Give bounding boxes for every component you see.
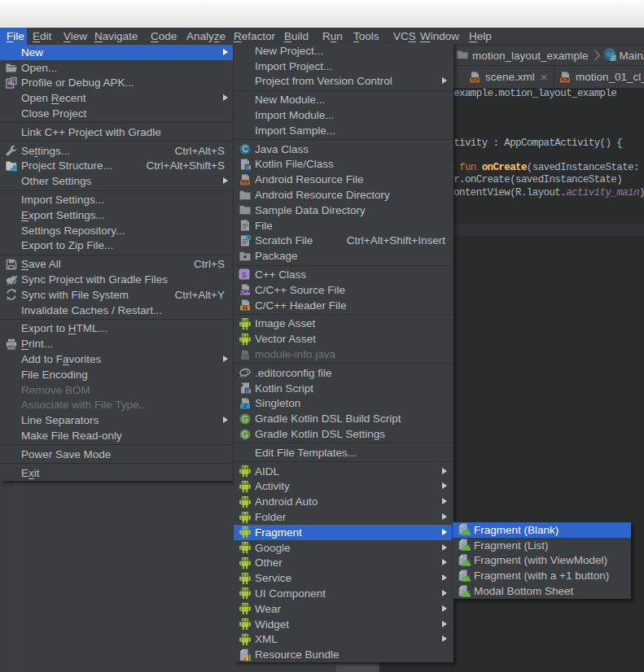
svg-text:G: G <box>242 414 248 423</box>
svg-text:S: S <box>242 270 247 279</box>
svg-text:<>: <> <box>562 76 569 83</box>
svg-text:H: H <box>243 304 248 312</box>
svg-text:G: G <box>242 430 248 439</box>
svg-text:C++: C++ <box>239 290 250 295</box>
svg-text:<>: <> <box>471 76 479 83</box>
svg-text:J: J <box>243 402 247 409</box>
svg-text:<>: <> <box>242 178 249 185</box>
svg-text:C: C <box>242 145 248 154</box>
